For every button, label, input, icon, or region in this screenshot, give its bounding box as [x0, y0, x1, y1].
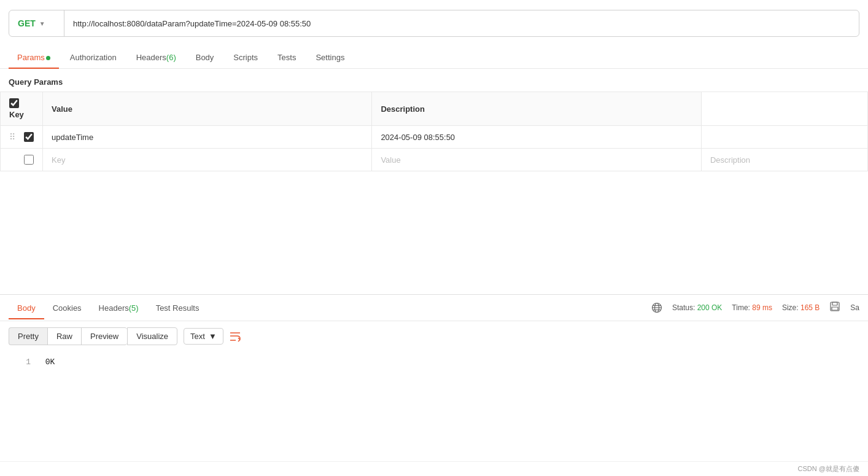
size-value: 165 B [800, 303, 820, 312]
tab-settings[interactable]: Settings [307, 47, 353, 68]
td-value-empty[interactable]: Value [372, 149, 702, 171]
row-checkbox[interactable] [24, 132, 34, 142]
response-tab-headers[interactable]: Headers(5) [90, 297, 147, 319]
table-header-row: Key Value Description [1, 92, 868, 126]
time-value: 89 ms [752, 303, 772, 312]
url-bar: GET ▼ [9, 10, 859, 37]
response-tab-test-results[interactable]: Test Results [147, 297, 208, 319]
th-checkbox: Key [1, 92, 43, 126]
tab-headers[interactable]: Headers(6) [128, 47, 185, 68]
format-preview-button[interactable]: Preview [81, 327, 127, 345]
tab-scripts[interactable]: Scripts [225, 47, 266, 68]
response-tab-body[interactable]: Body [9, 297, 44, 319]
footer: CSDN @就是有点傻 [0, 461, 868, 476]
tab-tests[interactable]: Tests [269, 47, 304, 68]
empty-row-checkbox[interactable] [24, 155, 34, 165]
type-chevron-icon: ▼ [209, 332, 217, 341]
response-tabs: Body Cookies Headers(5) Test Results Sta… [0, 295, 868, 321]
td-description-empty[interactable]: Description [701, 149, 867, 171]
type-select[interactable]: Text ▼ [184, 328, 223, 345]
td-value[interactable]: 2024-05-09 08:55:50 [372, 126, 702, 149]
tab-params[interactable]: Params [9, 47, 59, 68]
query-params-title: Query Params [0, 69, 868, 92]
td-description[interactable] [701, 126, 867, 149]
table-row: ⠿ updateTime 2024-05-09 08:55:50 [1, 126, 868, 149]
drag-handle-icon[interactable]: ⠿ [9, 132, 19, 142]
response-meta: Status: 200 OK Time: 89 ms Size: 165 B S… [651, 295, 859, 321]
url-input[interactable] [64, 19, 859, 28]
svg-rect-6 [832, 302, 837, 305]
td-empty-check: ⠿ [1, 149, 43, 171]
status-value: 200 OK [697, 303, 723, 312]
request-tabs: Params Authorization Headers(6) Body Scr… [0, 47, 868, 69]
format-raw-button[interactable]: Raw [47, 327, 81, 345]
status-label: Status: 200 OK [672, 303, 722, 312]
tab-authorization[interactable]: Authorization [61, 47, 125, 68]
save-icon[interactable] [829, 301, 840, 314]
response-section: Body Cookies Headers(5) Test Results Sta… [0, 294, 868, 373]
empty-area [0, 171, 868, 294]
format-toolbar: Pretty Raw Preview Visualize Text ▼ [0, 321, 868, 351]
params-table: Key Value Description ⠿ updateTime 2024-… [0, 92, 868, 171]
chevron-down-icon: ▼ [39, 20, 45, 27]
method-select[interactable]: GET ▼ [9, 10, 64, 36]
table-row-empty: ⠿ Key Value Description [1, 149, 868, 171]
format-pretty-button[interactable]: Pretty [9, 327, 47, 345]
response-content: 0K [45, 357, 55, 367]
time-label: Time: 89 ms [732, 303, 772, 312]
th-description: Description [372, 92, 702, 126]
globe-icon [651, 302, 662, 313]
tab-body[interactable]: Body [187, 47, 223, 68]
td-drag-check: ⠿ [1, 126, 43, 149]
svg-rect-7 [832, 307, 838, 310]
response-body: 1 0K [0, 351, 868, 373]
size-label: Size: 165 B [782, 303, 820, 312]
select-all-checkbox[interactable] [9, 98, 19, 108]
format-visualize-button[interactable]: Visualize [127, 327, 177, 345]
params-dot [46, 56, 50, 60]
td-key-empty[interactable]: Key [43, 149, 372, 171]
response-line: 1 0K [12, 357, 856, 367]
method-label: GET [18, 18, 36, 28]
td-key[interactable]: updateTime [43, 126, 372, 149]
wrap-button[interactable] [228, 330, 242, 343]
response-tab-cookies[interactable]: Cookies [44, 297, 90, 319]
save-label: Sa [850, 303, 859, 312]
format-button-group: Pretty Raw Preview Visualize [9, 327, 177, 345]
th-value: Value [43, 92, 372, 126]
